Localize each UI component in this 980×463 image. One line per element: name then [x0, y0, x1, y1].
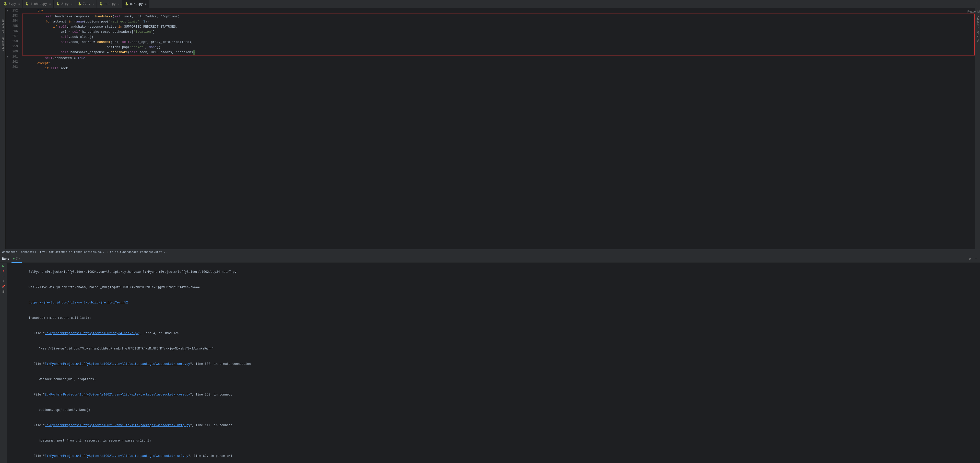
code-line-255: if self.handshake_response.status in SUP… — [22, 24, 974, 29]
tab-icon-2py: 🐍 — [56, 2, 60, 6]
run-tab-label: 7 — [16, 257, 18, 260]
tab-close-2py[interactable]: ✕ — [71, 3, 73, 6]
highlighted-code-block: self.handshake_response = handshake(self… — [22, 14, 975, 56]
run-tab-7[interactable]: ▶ 7 ✕ — [11, 255, 22, 263]
gutter-line-260: 260 — [6, 49, 21, 54]
gutter-line-261: ▼ 261 — [6, 54, 21, 59]
settings-icon[interactable]: ⚙ — [968, 257, 972, 261]
gutter-line-254: 254 — [6, 18, 21, 24]
tab-urlpy[interactable]: 🐍 url.py ✕ — [97, 0, 122, 8]
code-editor: ▼ 252 253 254 255 — [6, 8, 975, 249]
output-line-3[interactable]: https://jfe-lb.jd.com/file-no.2/public/j… — [10, 295, 977, 310]
tab-close-1chatpy[interactable]: ✕ — [49, 3, 51, 6]
tab-label-1chatpy: 1.chat.py — [30, 2, 47, 6]
main-layout: Structure Bookmarks ▼ 252 253 — [0, 8, 980, 463]
tab-2py[interactable]: 🐍 2.py ✕ — [54, 0, 75, 8]
tab-corepy[interactable]: 🐍 core.py ✕ — [123, 0, 150, 8]
tab-label-6py: 6.py — [9, 2, 16, 6]
fold-icon-257 — [6, 35, 10, 38]
bookmarks-panel-label[interactable]: Bookmarks — [1, 36, 5, 52]
tab-label-7py: 7.py — [83, 2, 91, 6]
line-num-254: 254 — [10, 18, 20, 24]
tab-7py[interactable]: 🐍 7.py ✕ — [75, 0, 97, 8]
gutter-line-262: 262 — [6, 59, 21, 64]
run-output[interactable]: E:\PycharmProjects\luffySpider\s1002\.ve… — [7, 263, 980, 463]
line-num-261: 261 — [10, 54, 20, 59]
stop-button[interactable]: ■ — [2, 269, 6, 273]
output-line-wss: "wss://live-ws4.jd.com/?token=amQubWFsbF… — [10, 341, 977, 356]
error-path-4[interactable]: E:\PycharmProjects\luffySpider\s1002\.ve… — [45, 424, 190, 427]
output-line-traceback: Traceback (most recent call last): — [10, 310, 977, 326]
output-line-hostname: hostname, port_from_url, resource, is_se… — [10, 433, 977, 449]
breadcrumb-sep-3: › — [46, 251, 48, 254]
gutter-line-253: 253 — [6, 13, 21, 18]
code-content[interactable]: try: self.handshake_response = handshake… — [21, 8, 975, 249]
error-path-3[interactable]: E:\PycharmProjects\luffySpider\s1002\.ve… — [45, 393, 190, 396]
code-line-263: if self.sock: — [22, 66, 975, 71]
output-line-file5: File "E:\PycharmProjects\luffySpider\s10… — [10, 449, 977, 463]
clear-button[interactable]: 🗑 — [2, 289, 6, 294]
error-path-1[interactable]: E:\PycharmProjects\luffySpider\s1002\day… — [45, 332, 138, 335]
run-button[interactable]: ▶ — [2, 264, 6, 268]
code-line-257: self.sock.close() — [22, 35, 974, 40]
code-line-252: try: — [22, 8, 975, 13]
line-num-259: 259 — [10, 44, 20, 49]
fold-icon-260 — [6, 50, 10, 53]
reader-mode-label: Reader Mode — [967, 10, 980, 13]
line-num-253: 253 — [10, 13, 20, 18]
tab-icon-7py: 🐍 — [78, 2, 82, 6]
code-line-261: self.connected = True — [22, 56, 975, 61]
structure-panel-label[interactable]: Structure — [1, 18, 5, 34]
run-panel-toolbar-right: ⚙ — — [968, 257, 978, 261]
reader-mode-button[interactable]: Reader Mode ✓ — [966, 9, 980, 14]
sciview-panel-label[interactable]: SciView — [976, 30, 980, 43]
code-line-262: except: — [22, 61, 975, 66]
output-link-jfe[interactable]: https://jfe-lb.jd.com/file-no.2/public/j… — [29, 301, 128, 305]
tab-close-urlpy[interactable]: ✕ — [118, 3, 119, 6]
far-left-sidebar: Structure Bookmarks — [0, 8, 6, 249]
line-num-257: 257 — [10, 34, 20, 39]
breadcrumb-item-5[interactable]: if self.handshake_response.stat... — [110, 251, 167, 254]
tab-close-corepy[interactable]: ✕ — [145, 3, 146, 6]
pin-button[interactable]: 📌 — [2, 284, 6, 288]
breadcrumb-item-4[interactable]: for attempt in range(options.po... — [49, 251, 106, 254]
fold-icon-259 — [6, 45, 10, 48]
tab-6py[interactable]: 🐍 6.py ✕ — [1, 0, 23, 8]
run-panel-body: ▶ ■ ↺ ↓ 📌 🗑 E:\PycharmProjects\luffySpid… — [0, 263, 980, 463]
editor-area: Structure Bookmarks ▼ 252 253 — [0, 8, 980, 249]
tab-1chatpy[interactable]: 🐍 1.chat.py ✕ — [23, 0, 54, 8]
tab-overflow-icon[interactable]: ⋮ — [974, 2, 978, 6]
run-panel-header: Run: ▶ 7 ✕ ⚙ — — [0, 255, 980, 263]
breadcrumb-item-2[interactable]: connect() — [21, 251, 36, 254]
output-line-file2: File "E:\PycharmProjects\luffySpider\s10… — [10, 356, 977, 372]
rerun-button[interactable]: ↺ — [2, 274, 6, 278]
output-line-1: E:\PycharmProjects\luffySpider\s1002\.ve… — [10, 264, 977, 280]
breadcrumb-item-1[interactable]: WebSocket — [2, 251, 17, 254]
breadcrumb-sep-4: › — [107, 251, 109, 254]
line-num-260: 260 — [10, 49, 20, 54]
keyword-try: try — [37, 8, 43, 13]
fold-icon-252[interactable]: ▼ — [6, 10, 10, 12]
tab-bar: 🐍 6.py ✕ 🐍 1.chat.py ✕ 🐍 2.py ✕ 🐍 7.py ✕… — [0, 0, 980, 8]
database-panel-label[interactable]: Database — [976, 15, 980, 29]
maximize-icon[interactable]: — — [974, 257, 978, 261]
line-num-258: 258 — [10, 39, 20, 44]
code-line-260: self.handshake_response = handshake(self… — [22, 50, 974, 55]
line-num-252: 252 — [10, 8, 20, 13]
run-tab-close[interactable]: ✕ — [19, 257, 20, 260]
run-panel-left-toolbar: ▶ ■ ↺ ↓ 📌 🗑 — [0, 263, 7, 463]
tab-close-6py[interactable]: ✕ — [18, 3, 20, 6]
output-line-file3: File "E:\PycharmProjects\luffySpider\s10… — [10, 387, 977, 402]
tab-close-7py[interactable]: ✕ — [92, 3, 94, 6]
fold-icon-263 — [6, 66, 10, 69]
error-path-5[interactable]: E:\PycharmProjects\luffySpider\s1002\.ve… — [45, 454, 188, 458]
scroll-to-end-button[interactable]: ↓ — [2, 279, 6, 283]
tab-icon-corepy: 🐍 — [125, 2, 129, 6]
error-path-2[interactable]: E:\PycharmProjects\luffySpider\s1002\.ve… — [45, 362, 190, 366]
fold-icon-261[interactable]: ▼ — [6, 56, 10, 58]
breadcrumb-item-3[interactable]: try — [40, 251, 45, 254]
gutter-line-256: 256 — [6, 29, 21, 34]
code-line-258: self.sock, addrs = connect(url, self.soc… — [22, 40, 974, 45]
output-line-file1: File "E:\PycharmProjects\luffySpider\s10… — [10, 326, 977, 341]
fold-icon-255 — [6, 25, 10, 28]
